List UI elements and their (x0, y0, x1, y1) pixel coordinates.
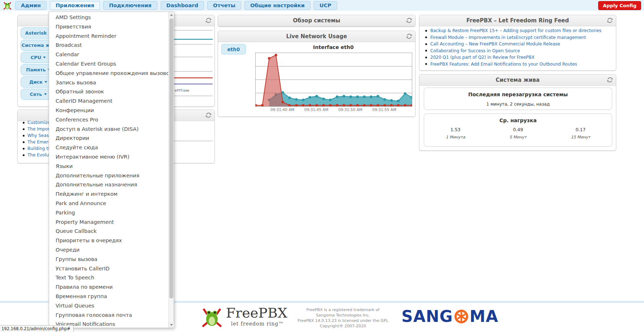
menu-item[interactable]: Следуйте сюда (49, 143, 168, 152)
menu-item[interactable]: Запись вызова (49, 78, 168, 88)
blog-link[interactable]: Why Seaso (27, 133, 51, 138)
load-average-column: 0.49 5 Минут (487, 127, 549, 140)
feed-header: FreePBX – Let Freedom Ring Feed (419, 15, 616, 26)
sangoma-logo-text: MA (470, 309, 499, 324)
refresh-icon[interactable] (205, 112, 211, 118)
bullet-icon (425, 50, 427, 52)
eth0-interface-button[interactable]: eth0 (221, 44, 246, 54)
sangoma-asterisk-icon (454, 309, 469, 324)
menu-item[interactable]: Queue Callback (49, 227, 168, 236)
menu-item[interactable]: Временная группа (49, 292, 168, 301)
menu-item[interactable]: Calendar (49, 50, 168, 59)
menu-item[interactable]: Text To Speech (49, 273, 168, 283)
menu-item[interactable]: Конференции (49, 106, 168, 115)
menu-item[interactable]: Правила по времени (49, 283, 168, 292)
footer-legal-line: FreePBX 14.0.13.23 is licensed under the… (285, 318, 401, 323)
menu-item[interactable]: Доступ в Asterisk извне (DISA) (49, 125, 168, 134)
menu-item[interactable]: Пейджинг и интерком (49, 190, 168, 199)
refresh-icon[interactable] (205, 18, 211, 23)
refresh-icon[interactable] (607, 77, 613, 83)
x-axis-labels: 09:31:40 AM09:31:45 AM09:31:50 AM09:31:5… (255, 107, 412, 112)
freedom-ring-feed-panel: FreePBX – Let Freedom Ring Feed Backup &… (419, 15, 616, 71)
bullet-icon (425, 36, 427, 38)
panel-title: Обзор системы (293, 17, 340, 24)
chevron-down-icon (43, 57, 46, 58)
menu-item[interactable]: Дополнительные приложения (49, 171, 168, 181)
list-item: 2020 Q1 (plus part of Q2) in Review for … (425, 54, 601, 61)
nav-tab[interactable]: Dashboard (161, 1, 204, 10)
menu-item[interactable]: Директории (49, 134, 168, 143)
blog-link[interactable]: Customize (27, 120, 50, 125)
bullet-icon (425, 30, 427, 32)
footer-legal-line: FreePBX is a registered trademark of (285, 307, 401, 313)
nav-tab[interactable]: Приложения (50, 1, 100, 10)
feed-link[interactable]: Collaborating for Success in Open Source (430, 48, 520, 53)
system-alive-header: Система жива (419, 75, 616, 86)
chevron-down-icon (44, 81, 47, 83)
menu-item[interactable]: Приветствия (49, 22, 168, 32)
menu-item[interactable]: Park and Announce (49, 199, 168, 208)
applications-dropdown-menu: AMD SettingsПриветствияAppointment Remin… (49, 12, 174, 328)
menu-item[interactable]: CallerID Management (49, 97, 168, 106)
menu-item[interactable]: Приоритеты в очередях (49, 236, 168, 245)
refresh-icon[interactable] (607, 18, 613, 23)
feed-link[interactable]: 2020 Q1 (plus part of Q2) in Review for … (430, 55, 535, 60)
system-overview-panel: Обзор системы (218, 15, 415, 27)
blog-link[interactable]: The Emerg (27, 140, 51, 145)
feed-link[interactable]: Call Accounting – New FreePBX Commercial… (430, 41, 560, 47)
load-average-column: 1.53 1 Минута (424, 127, 487, 140)
menu-scrollbar[interactable] (168, 12, 174, 328)
feed-link[interactable]: FreePBX Features: Add Email Notification… (430, 62, 577, 67)
x-tick-label: 09:31:45 AM (304, 107, 328, 112)
scroll-up-button[interactable] (169, 12, 174, 18)
nav-tab[interactable]: Подключения (103, 1, 157, 10)
scroll-down-button[interactable] (169, 322, 174, 328)
feed-link[interactable]: Firewall Module – Improvements in LetsEn… (430, 35, 586, 40)
menu-item[interactable]: Appointment Reminder (49, 32, 168, 41)
menu-item[interactable]: Property Management (49, 218, 168, 227)
list-item: FreePBX Features: Add Email Notification… (425, 61, 601, 68)
menu-item[interactable]: Conferences Pro (49, 115, 168, 125)
bullet-icon (425, 43, 427, 45)
menu-item[interactable]: Групповая голосовая почта (49, 311, 168, 320)
blog-link[interactable]: Building th (27, 146, 51, 151)
feed-link-list: Backup & Restore FreePBX 15+ – Adding su… (425, 27, 601, 67)
nav-tab[interactable]: Общие настройки (244, 1, 310, 10)
list-item: The Impor (23, 126, 51, 132)
list-item: Firewall Module – Improvements in LetsEn… (425, 34, 601, 41)
menu-item[interactable]: Группы вызова (49, 255, 168, 264)
load-label: 5 Минут (487, 135, 549, 140)
freepbx-dashboard: АдминПриложенияПодключенияDashboardОтчет… (0, 0, 644, 332)
menu-item[interactable]: Интерактивное меню (IVR) (49, 152, 168, 162)
bullet-icon (23, 141, 25, 143)
footer-brand-name: FreePBX (226, 306, 287, 320)
menu-item[interactable]: Установить CallerID (49, 264, 168, 274)
scrollbar-thumb[interactable] (169, 18, 173, 298)
bullet-icon (425, 57, 427, 58)
feed-link[interactable]: Backup & Restore FreePBX 15+ – Adding su… (430, 28, 601, 33)
refresh-icon[interactable] (406, 34, 412, 39)
chart-title: Interface eth0 (255, 44, 412, 50)
bullet-icon (23, 135, 25, 137)
nav-tab[interactable]: UCP (314, 1, 337, 10)
menu-item[interactable]: AMD Settings (49, 13, 168, 22)
menu-item[interactable]: Дополнительные назначения (49, 180, 168, 190)
sangoma-logo-text: SANG (401, 309, 453, 324)
blog-link[interactable]: The Evolut (27, 152, 51, 158)
blog-link[interactable]: The Impor (27, 127, 49, 132)
menu-item[interactable]: Языки (49, 162, 168, 171)
menu-item[interactable]: Очереди (49, 245, 168, 255)
blog-chart-fragment (172, 140, 213, 142)
nav-tab[interactable]: Отчеты (207, 1, 241, 10)
browser-status-bar: 192.168.0.21/admin/config.php# (0, 325, 74, 332)
refresh-icon[interactable] (406, 18, 412, 23)
nav-tab[interactable]: Админ (15, 1, 47, 10)
menu-item[interactable]: Calendar Event Groups (49, 59, 168, 69)
menu-item[interactable]: Общее управление прохождения вызовов (49, 69, 168, 78)
menu-item[interactable]: Broadcast (49, 41, 168, 50)
apply-config-button[interactable]: Apply Config (598, 1, 641, 10)
menu-item[interactable]: Parking (49, 208, 168, 218)
menu-item[interactable]: Обратный звонок (49, 87, 168, 97)
offline-legend-label: offline (175, 88, 189, 92)
menu-item[interactable]: Virtual Queues (49, 301, 168, 311)
